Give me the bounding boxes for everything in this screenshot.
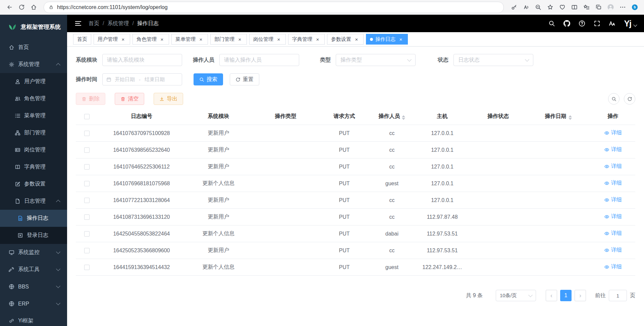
row-checkbox[interactable] <box>84 265 90 270</box>
sidebar-item-yiframe[interactable]: Yi框架 <box>0 312 67 326</box>
detail-link[interactable]: 详细 <box>604 180 622 187</box>
goto-page-input[interactable] <box>609 290 627 301</box>
close-icon[interactable] <box>354 36 360 42</box>
sidebar-item-menu[interactable]: 菜单管理 <box>0 107 67 124</box>
row-checkbox[interactable] <box>84 214 90 220</box>
refresh-table-button[interactable] <box>624 93 635 105</box>
font-size-button[interactable] <box>609 20 615 27</box>
detail-link[interactable]: 详细 <box>604 230 622 237</box>
close-icon[interactable] <box>120 36 126 42</box>
site-security-icon[interactable] <box>49 5 54 10</box>
bing-button[interactable]: b <box>629 2 641 13</box>
next-page-button[interactable] <box>575 290 586 301</box>
tab-operlog[interactable]: 操作日志 <box>366 34 408 45</box>
module-input[interactable] <box>102 54 182 66</box>
close-icon[interactable] <box>198 36 204 42</box>
detail-link[interactable]: 详细 <box>604 247 622 254</box>
refresh-button[interactable] <box>15 2 28 13</box>
github-button[interactable] <box>564 20 570 27</box>
export-button[interactable]: 导出 <box>154 93 183 105</box>
settings-more-button[interactable] <box>616 2 629 13</box>
help-button[interactable] <box>579 20 585 27</box>
search-button[interactable]: 搜索 <box>194 73 223 85</box>
tab-home[interactable]: 首页 <box>73 34 91 45</box>
password-key-button[interactable] <box>508 2 520 13</box>
sort-icon[interactable] <box>402 115 405 120</box>
sidebar-item-tool[interactable]: 系统工具 <box>0 261 67 278</box>
sidebar-item-home[interactable]: 首页 <box>0 39 67 56</box>
row-checkbox[interactable] <box>84 147 90 153</box>
sidebar-item-bbs[interactable]: BBS <box>0 278 67 295</box>
tab-dict[interactable]: 字典管理 <box>288 34 325 45</box>
user-avatar[interactable]: Yj <box>624 19 637 28</box>
sidebar-item-config[interactable]: 参数设置 <box>0 176 67 193</box>
sidebar-item-monitor[interactable]: 系统监控 <box>0 244 67 261</box>
close-icon[interactable] <box>237 36 243 42</box>
home-button[interactable] <box>28 2 40 13</box>
row-checkbox[interactable] <box>84 131 90 136</box>
detail-link[interactable]: 详细 <box>604 146 622 153</box>
operator-input[interactable] <box>219 54 299 66</box>
sidebar-item-loginlog[interactable]: 登录日志 <box>0 227 67 244</box>
fullscreen-button[interactable] <box>594 20 600 27</box>
clear-button[interactable]: 清空 <box>115 93 144 105</box>
tab-config[interactable]: 参数设置 <box>327 34 364 45</box>
date-range-picker[interactable]: 开始日期 - 结束日期 <box>102 73 182 85</box>
sidebar-item-dict[interactable]: 字典管理 <box>0 158 67 176</box>
sidebar-item-post[interactable]: 岗位管理 <box>0 141 67 158</box>
status-select[interactable]: 日志状态 <box>453 54 533 66</box>
close-icon[interactable] <box>398 36 404 42</box>
delete-button-label: 删除 <box>89 95 100 103</box>
browser-essentials-button[interactable] <box>556 2 568 13</box>
toggle-search-button[interactable] <box>608 93 620 105</box>
row-checkbox[interactable] <box>84 164 90 170</box>
tab-dept[interactable]: 部门管理 <box>210 34 247 45</box>
sidebar-item-operlog[interactable]: 操作日志 <box>0 210 67 227</box>
tab-menu[interactable]: 菜单管理 <box>171 34 208 45</box>
detail-link[interactable]: 详细 <box>604 196 622 203</box>
address-bar[interactable]: https://ccnetcore.com:1101/system/log/op… <box>44 2 504 13</box>
detail-link[interactable]: 详细 <box>604 213 622 220</box>
delete-button[interactable]: 删除 <box>76 93 105 105</box>
page-1-button[interactable]: 1 <box>560 290 572 301</box>
hamburger-menu-icon[interactable] <box>74 20 82 27</box>
sidebar-item-system[interactable]: 系统管理 <box>0 56 67 73</box>
close-icon[interactable] <box>276 36 282 42</box>
tab-role[interactable]: 角色管理 <box>132 34 169 45</box>
sidebar-item-erp[interactable]: ERP <box>0 295 67 312</box>
download-icon <box>159 96 164 102</box>
row-checkbox[interactable] <box>84 231 90 237</box>
favorites-button[interactable] <box>580 2 592 13</box>
add-favorite-button[interactable] <box>544 2 556 13</box>
breadcrumb-item[interactable]: 系统管理 <box>107 20 129 27</box>
close-icon[interactable] <box>315 36 321 42</box>
page-size-select[interactable]: 10条/页 <box>496 290 536 301</box>
row-checkbox[interactable] <box>84 248 90 253</box>
row-checkbox[interactable] <box>84 198 90 203</box>
sidebar-item-user[interactable]: 用户管理 <box>0 73 67 90</box>
sidebar-item-dept[interactable]: 部门管理 <box>0 124 67 141</box>
read-aloud-button[interactable] <box>520 2 532 13</box>
select-all-checkbox[interactable] <box>84 114 90 119</box>
breadcrumb-item[interactable]: 首页 <box>89 20 99 27</box>
zoom-button[interactable] <box>532 2 544 13</box>
detail-link[interactable]: 详细 <box>604 263 622 270</box>
detail-link[interactable]: 详细 <box>604 163 622 170</box>
row-checkbox[interactable] <box>84 181 90 186</box>
column-header: 操作人员 <box>370 108 414 125</box>
tab-user[interactable]: 用户管理 <box>94 34 130 45</box>
profile-button[interactable] <box>604 2 616 13</box>
type-select[interactable]: 操作类型 <box>336 54 416 66</box>
sidebar-item-log[interactable]: 日志管理 <box>0 193 67 210</box>
tab-post[interactable]: 岗位管理 <box>249 34 286 45</box>
collections-button[interactable] <box>592 2 604 13</box>
split-screen-button[interactable] <box>568 2 580 13</box>
sort-icon[interactable] <box>569 115 572 120</box>
prev-page-button[interactable] <box>546 290 557 301</box>
reset-button[interactable]: 重置 <box>230 73 259 85</box>
back-button[interactable] <box>3 2 15 13</box>
sidebar-item-role[interactable]: 角色管理 <box>0 90 67 107</box>
detail-link[interactable]: 详细 <box>604 129 622 136</box>
search-button[interactable] <box>548 20 555 27</box>
close-icon[interactable] <box>159 36 165 42</box>
